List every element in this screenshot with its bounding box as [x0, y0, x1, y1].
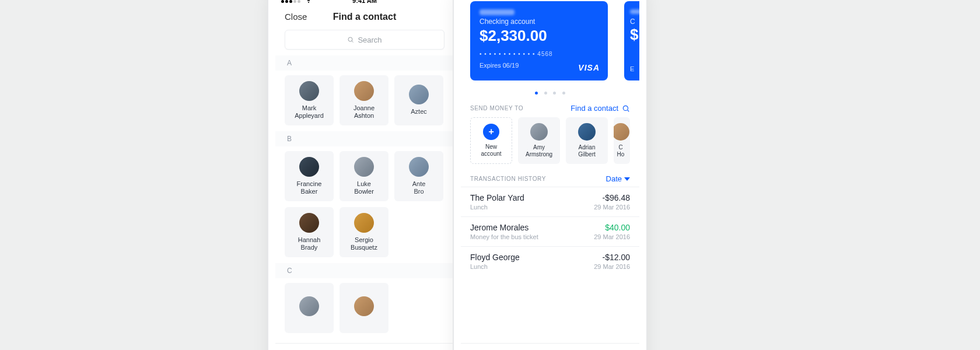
avatar: [354, 81, 374, 101]
pager-dot[interactable]: [562, 92, 565, 94]
contact-tile[interactable]: Aztec: [394, 75, 443, 125]
contact-name: HannahBrady: [298, 236, 321, 251]
contact-tile[interactable]: AnteBro: [394, 151, 443, 201]
avatar: [354, 296, 374, 316]
new-account-button[interactable]: + Newaccount: [470, 117, 512, 164]
tab-bar: [275, 343, 454, 350]
contact-name: Aztec: [411, 108, 427, 116]
tx-date: 29 Mar 2016: [594, 263, 630, 270]
tx-date: 29 Mar 2016: [594, 204, 630, 211]
contact-tile[interactable]: MarkAppleyard: [285, 75, 334, 125]
tx-amount: -$96.48: [594, 193, 630, 202]
tx-note: Lunch: [470, 204, 524, 211]
tx-name: The Polar Yard: [470, 193, 524, 202]
tab-camera[interactable]: [555, 344, 589, 351]
avatar: [578, 123, 596, 141]
tab-more[interactable]: [600, 344, 634, 351]
page-title: Find a contact: [333, 12, 396, 22]
avatar: [299, 81, 319, 101]
contact-name: AmyArmstrong: [526, 144, 552, 158]
section-letter-a: A: [275, 55, 454, 71]
tab-card[interactable]: [288, 344, 322, 351]
send-money-row: + Newaccount AmyArmstrong AdrianGilbert …: [461, 117, 639, 171]
avatar: [530, 123, 548, 141]
contact-name: AnteBro: [412, 180, 426, 195]
avatar: [354, 213, 374, 233]
send-money-label: SEND MONEY TO: [470, 105, 523, 111]
tab-card[interactable]: [466, 344, 500, 351]
tx-name: Floyd George: [470, 253, 520, 262]
card-account-label: Checking account: [480, 18, 598, 26]
send-contact-tile[interactable]: AmyArmstrong: [518, 117, 560, 164]
contact-tile[interactable]: SergioBusquetz: [340, 207, 388, 257]
pager-dot[interactable]: [553, 92, 556, 94]
contact-tile[interactable]: FrancineBaker: [285, 151, 334, 201]
account-card[interactable]: Checking account $2,330.00 • • • • • • •…: [470, 1, 608, 80]
account-card-peek[interactable]: C $ E: [624, 1, 639, 80]
pager-dots: [461, 86, 639, 97]
section-letter-b: B: [275, 131, 454, 146]
transaction-row[interactable]: Floyd George Lunch -$12.00 29 Mar 2016: [461, 246, 639, 276]
send-contact-tile[interactable]: AdrianGilbert: [566, 117, 608, 164]
contacts-grid-c: [275, 278, 454, 339]
avatar: [299, 157, 319, 177]
contact-name: SergioBusquetz: [351, 236, 377, 251]
search-icon: [622, 104, 630, 113]
contact-tile[interactable]: [340, 283, 388, 333]
history-label: TRANSACTION HISTORY: [470, 176, 546, 182]
send-contact-tile[interactable]: CHo: [614, 117, 630, 164]
tab-camera[interactable]: [407, 344, 441, 351]
contact-tile[interactable]: JoanneAshton: [340, 75, 388, 125]
phone-contacts: 9:41 AM Close Find a contact Search A Ma…: [268, 0, 461, 350]
tx-date: 29 Mar 2016: [594, 233, 630, 240]
svg-point-0: [348, 37, 352, 41]
card-peek-expires: E: [630, 65, 639, 72]
contacts-grid-a: MarkAppleyard JoanneAshton Aztec: [275, 71, 454, 131]
visa-icon: VISA: [578, 63, 600, 72]
contact-tile[interactable]: [285, 283, 334, 333]
svg-line-1: [352, 41, 354, 42]
chevron-down-icon: [624, 176, 630, 182]
tx-note: Money for the bus ticket: [470, 233, 538, 240]
card-title-blur: [480, 9, 514, 15]
tab-profile[interactable]: [348, 344, 382, 351]
tab-bar: [461, 343, 639, 350]
contact-name: AdrianGilbert: [578, 144, 595, 158]
section-letter-c: C: [275, 263, 454, 278]
find-contact-link[interactable]: Find a contact: [570, 104, 630, 113]
new-account-label: Newaccount: [481, 144, 502, 158]
avatar: [299, 213, 319, 233]
avatar: [409, 157, 429, 177]
transaction-row[interactable]: The Polar Yard Lunch -$96.48 29 Mar 2016: [461, 187, 639, 216]
wifi-icon: [305, 0, 312, 5]
contact-name: LukeBowler: [354, 180, 374, 195]
tab-profile[interactable]: [511, 344, 545, 351]
pager-dot[interactable]: [544, 92, 547, 94]
contact-tile[interactable]: HannahBrady: [285, 207, 334, 257]
contact-tile[interactable]: LukeBowler: [340, 151, 388, 201]
card-carousel[interactable]: Checking account $2,330.00 • • • • • • •…: [461, 0, 639, 80]
search-input[interactable]: Search: [285, 30, 444, 50]
tx-note: Lunch: [470, 263, 520, 270]
contact-name: JoanneAshton: [354, 104, 374, 120]
header: Close Find a contact: [275, 6, 454, 30]
avatar: [354, 157, 374, 177]
search-icon: [347, 36, 354, 43]
sort-dropdown[interactable]: Date: [606, 174, 630, 183]
pager-dot[interactable]: [535, 92, 538, 94]
plus-icon: +: [483, 124, 499, 140]
tx-name: Jerome Morales: [470, 223, 538, 232]
contacts-grid-b: FrancineBaker LukeBowler AnteBro HannahB…: [275, 146, 454, 263]
card-number-masked: • • • • • • • • • • • • 4568: [480, 51, 598, 57]
tx-amount: $40.00: [594, 223, 630, 232]
send-money-header: SEND MONEY TO Find a contact: [461, 100, 639, 117]
signal-dots-icon: [281, 0, 302, 4]
search-placeholder: Search: [358, 36, 382, 44]
transaction-row[interactable]: Jerome Morales Money for the bus ticket …: [461, 216, 639, 246]
contact-name: CHo: [617, 144, 625, 158]
contact-name: MarkAppleyard: [295, 104, 324, 120]
close-button[interactable]: Close: [285, 12, 307, 22]
tx-amount: -$12.00: [594, 253, 630, 262]
card-peek-label: C: [630, 18, 639, 26]
status-time: 9:41 AM: [352, 0, 377, 4]
